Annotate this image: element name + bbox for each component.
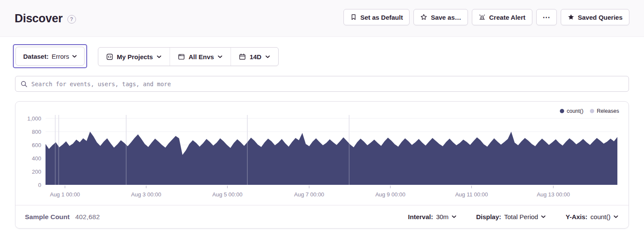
svg-text:800: 800	[32, 129, 41, 135]
bookmark-icon	[350, 14, 357, 21]
star-filled-icon	[568, 14, 574, 21]
sample-count: Sample Count 402,682	[25, 213, 100, 221]
svg-text:Aug 5 00:00: Aug 5 00:00	[213, 191, 243, 198]
display-dropdown[interactable]: Display: Total Period	[476, 213, 546, 220]
chevron-down-icon	[72, 55, 77, 58]
svg-text:Aug 3 00:00: Aug 3 00:00	[131, 191, 161, 198]
chevron-down-icon	[452, 215, 456, 218]
discover-page: Discover ? Set as Default Save as…	[0, 0, 644, 238]
set-as-default-button[interactable]: Set as Default	[343, 9, 410, 25]
svg-text:Aug 9 00:00: Aug 9 00:00	[375, 191, 405, 198]
more-options-button[interactable]: ⋯	[536, 9, 557, 25]
star-outline-icon	[420, 14, 427, 21]
create-alert-button[interactable]: Create Alert	[472, 9, 532, 25]
page-header: Discover ? Set as Default Save as…	[0, 0, 644, 37]
chart-legend: count() Releases	[560, 108, 619, 114]
environment-filter-dropdown[interactable]: All Envs	[170, 48, 231, 66]
projects-filter-dropdown[interactable]: My Projects	[98, 48, 170, 66]
interval-dropdown[interactable]: Interval: 30m	[408, 213, 456, 220]
page-filter-bar: My Projects All Envs 14D	[98, 47, 279, 66]
legend-item[interactable]: Releases	[590, 108, 619, 114]
releases-series-dot	[590, 109, 594, 113]
window-icon	[178, 54, 185, 60]
chevron-down-icon	[541, 215, 546, 218]
date-range-dropdown[interactable]: 14D	[231, 48, 278, 66]
page-title: Discover	[15, 12, 63, 25]
svg-text:200: 200	[32, 169, 41, 175]
chevron-down-icon	[157, 55, 161, 58]
chart-controls: Interval: 30m Display: Total Period Y-Ax…	[408, 213, 618, 220]
calendar-icon	[239, 54, 246, 60]
count-series-dot	[560, 109, 564, 113]
svg-text:Aug 11 00:00: Aug 11 00:00	[455, 191, 488, 198]
events-chart-panel: 02004006008001,000Aug 1 00:00Aug 3 00:00…	[15, 101, 629, 229]
chevron-down-icon	[614, 215, 618, 218]
svg-text:Aug 13 00:00: Aug 13 00:00	[537, 191, 570, 198]
yaxis-dropdown[interactable]: Y-Axis: count()	[565, 213, 618, 220]
chart-area[interactable]: 02004006008001,000Aug 1 00:00Aug 3 00:00…	[15, 102, 629, 205]
svg-text:Aug 7 00:00: Aug 7 00:00	[294, 191, 324, 198]
legend-item[interactable]: count()	[560, 108, 583, 114]
siren-icon	[479, 14, 486, 21]
search-bar	[15, 76, 629, 92]
projects-icon	[106, 54, 113, 60]
sample-count-value: 402,682	[75, 213, 100, 221]
dataset-value: Errors	[52, 53, 69, 60]
chevron-down-icon	[218, 55, 222, 58]
dataset-dropdown[interactable]: Dataset: Errors	[15, 47, 85, 66]
svg-text:400: 400	[32, 155, 41, 162]
search-input[interactable]	[31, 81, 623, 87]
svg-text:0: 0	[38, 182, 41, 188]
svg-text:Aug 1 00:00: Aug 1 00:00	[50, 191, 80, 198]
save-as-button[interactable]: Save as…	[413, 9, 468, 25]
search-icon	[21, 81, 27, 87]
svg-text:600: 600	[32, 142, 41, 148]
header-actions: Set as Default Save as… Create Alert	[343, 9, 629, 25]
chevron-down-icon	[265, 55, 270, 58]
saved-queries-button[interactable]: Saved Queries	[561, 9, 629, 25]
chart-svg: 02004006008001,000Aug 1 00:00Aug 3 00:00…	[15, 102, 629, 205]
svg-text:1,000: 1,000	[27, 115, 41, 122]
ellipsis-icon: ⋯	[543, 13, 550, 22]
chart-footer: Sample Count 402,682 Interval: 30m Displ…	[15, 205, 629, 228]
dataset-highlight-outline: Dataset: Errors	[13, 44, 87, 68]
help-icon[interactable]: ?	[67, 15, 76, 24]
